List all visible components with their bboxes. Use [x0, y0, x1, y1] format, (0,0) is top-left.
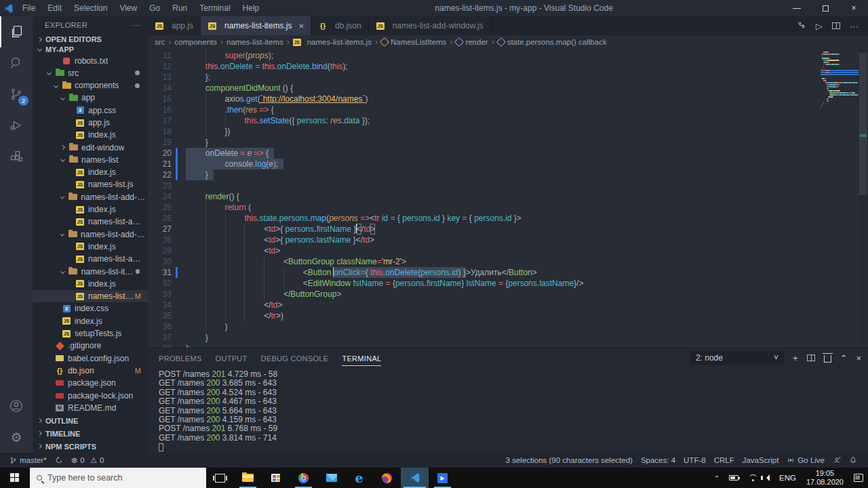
minimap[interactable] — [821, 52, 859, 108]
breadcrumb-item[interactable]: names-list-items — [226, 38, 283, 46]
language-indicator[interactable]: ENG — [774, 468, 801, 488]
movies-tv-taskbar-icon[interactable]: ▶ — [429, 468, 456, 488]
code-line-33[interactable]: 33</ButtonGroup> — [148, 289, 819, 300]
editor-scrollbar[interactable] — [859, 49, 868, 348]
code-line-13[interactable]: 13}; — [148, 72, 819, 83]
tree-item[interactable]: JSindex.js — [33, 278, 148, 290]
open-editors-section[interactable]: OPEN EDITORS — [33, 35, 148, 45]
panel-tab-output[interactable]: OUTPUT — [216, 350, 248, 366]
sidebar-section-npm-scripts[interactable]: NPM SCRIPTS — [33, 440, 148, 453]
sync-indicator[interactable] — [51, 453, 67, 468]
menu-terminal[interactable]: Terminal — [193, 0, 236, 16]
indentation-indicator[interactable]: Spaces: 4 — [637, 453, 679, 468]
terminal-selector[interactable]: 2: node˅ — [690, 351, 784, 365]
code-editor[interactable]: 11super(props);12this.onDelete = this.on… — [148, 49, 868, 348]
task-view-button[interactable] — [206, 468, 234, 488]
code-line-26[interactable]: 26this.state.persons.map(persons =><tr i… — [148, 213, 819, 224]
scrollbar-thumb[interactable] — [859, 53, 867, 195]
tree-item[interactable]: JSindex.js — [33, 129, 148, 141]
tree-item[interactable]: edit-window — [33, 141, 148, 153]
feedback-icon[interactable] — [829, 453, 845, 468]
editor-more-actions-icon[interactable]: ··· — [850, 21, 859, 31]
explorer-icon[interactable] — [0, 16, 33, 47]
code-line-31[interactable]: 31<Button onClick={ this.onDelete(person… — [148, 267, 819, 278]
tree-item[interactable]: package-lock.json — [33, 389, 148, 401]
code-line-28[interactable]: 28<td>{ persons.lastName }</td> — [148, 235, 819, 245]
tree-item[interactable]: JSnames-list.js — [33, 178, 148, 190]
tree-item[interactable]: 3index.css — [33, 302, 148, 314]
editor-tab-names-list-add-window.js[interactable]: JSnames-list-add-window.js — [369, 16, 491, 35]
code-line-15[interactable]: 15axios.get(`http://localhost:3004/names… — [148, 94, 819, 104]
battery-icon[interactable] — [724, 468, 743, 488]
breadcrumb-item[interactable]: render — [456, 38, 488, 46]
code-line-30[interactable]: 30<ButtonGroup className='mr-2'> — [148, 256, 819, 267]
close-tab-icon[interactable]: × — [298, 21, 304, 31]
menu-selection[interactable]: Selection — [68, 0, 113, 16]
chrome-taskbar-icon[interactable] — [290, 468, 317, 488]
tree-item[interactable]: JSapp.js — [33, 117, 148, 129]
tree-item[interactable]: JSsetupTests.js — [33, 327, 148, 340]
source-control-icon[interactable]: 2 — [0, 79, 33, 110]
problems-indicator[interactable]: ⊗0 ⚠0 — [67, 453, 108, 468]
clock[interactable]: 19:0517.08.2020 — [801, 469, 849, 487]
editor-tab-app.js[interactable]: JSapp.js — [148, 16, 201, 35]
tree-item[interactable]: names-list-items — [33, 265, 148, 277]
split-editor-icon[interactable] — [832, 22, 840, 29]
edge-taskbar-icon[interactable]: e — [345, 468, 373, 488]
language-indicator[interactable]: JavaScript — [738, 453, 783, 468]
code-line-11[interactable]: 11super(props); — [148, 50, 819, 61]
tree-item[interactable]: 3app.css — [33, 104, 148, 117]
search-icon[interactable] — [0, 47, 33, 79]
tree-item[interactable]: {}db.jsonM — [33, 365, 148, 377]
tree-item[interactable]: JSnames-list-add-wind... — [33, 253, 148, 265]
code-line-36[interactable]: 36) — [148, 321, 819, 332]
split-terminal-icon[interactable] — [807, 354, 815, 361]
code-line-14[interactable]: 14componentDidMount () { — [148, 83, 819, 94]
mail-taskbar-icon[interactable] — [317, 468, 345, 488]
selection-info[interactable]: 3 selections (90 characters selected) — [502, 453, 637, 468]
extensions-icon[interactable] — [0, 141, 33, 172]
taskbar-search-input[interactable]: Type here to search — [30, 468, 206, 488]
code-line-18[interactable]: 18}) — [148, 126, 819, 137]
panel-tab-problems[interactable]: PROBLEMS — [159, 350, 202, 366]
breadcrumb-item[interactable]: NamesListItems — [381, 38, 446, 46]
notification-center-icon[interactable] — [849, 468, 868, 488]
tree-item[interactable]: babel.config.json — [33, 352, 148, 365]
menu-file[interactable]: File — [16, 0, 41, 16]
code-line-12[interactable]: 12this.onDelete = this.onDelete.bind(thi… — [148, 61, 819, 72]
store-taskbar-icon[interactable] — [262, 468, 290, 488]
notifications-bell-icon[interactable] — [845, 453, 861, 468]
code-line-32[interactable]: 32<EditWindow fstName = {persons.firstNa… — [148, 278, 819, 289]
kill-terminal-icon[interactable] — [824, 355, 831, 363]
breadcrumb-item[interactable]: src — [155, 38, 165, 46]
tree-item[interactable]: MREADME.md — [33, 402, 148, 414]
code-line-22[interactable]: 22} — [148, 169, 819, 180]
tree-item[interactable]: JSindex.js — [33, 241, 148, 253]
sidebar-more-actions-icon[interactable]: ··· — [132, 21, 141, 29]
code-line-17[interactable]: 17this.setState({ persons: res.data }); — [148, 115, 819, 126]
sidebar-section-outline[interactable]: OUTLINE — [33, 414, 148, 427]
tree-item[interactable]: .gitignore — [33, 340, 148, 352]
sidebar-section-timeline[interactable]: TIMELINE — [33, 427, 148, 440]
code-line-24[interactable]: 24render() { — [148, 191, 819, 202]
file-explorer-taskbar-icon[interactable] — [234, 468, 262, 488]
tree-item[interactable]: JSnames-list-add-moda... — [33, 216, 148, 228]
vscode-taskbar-icon[interactable] — [401, 468, 429, 488]
menu-go[interactable]: Go — [143, 0, 166, 16]
editor-tab-names-list-items.js[interactable]: JSnames-list-items.js× — [201, 16, 311, 35]
code-line-21[interactable]: 21console.log(e); — [148, 159, 819, 169]
restore-button[interactable] — [811, 0, 840, 16]
menu-help[interactable]: Help — [237, 0, 266, 16]
volume-icon[interactable] — [762, 468, 774, 488]
tree-item[interactable]: app — [33, 92, 148, 104]
breadcrumb-item[interactable]: components — [174, 38, 217, 46]
panel-tab-debug-console[interactable]: DEBUG CONSOLE — [261, 350, 329, 366]
account-icon[interactable] — [0, 390, 33, 422]
code-line-25[interactable]: 25return ( — [148, 202, 819, 213]
new-terminal-icon[interactable]: + — [793, 353, 798, 363]
wifi-icon[interactable] — [743, 468, 762, 488]
code-line-37[interactable]: 37} — [148, 332, 819, 343]
editor-tab-db.json[interactable]: {}db.json — [311, 16, 369, 35]
menu-edit[interactable]: Edit — [41, 0, 68, 16]
tree-item[interactable]: names-list-add-modal — [33, 191, 148, 203]
